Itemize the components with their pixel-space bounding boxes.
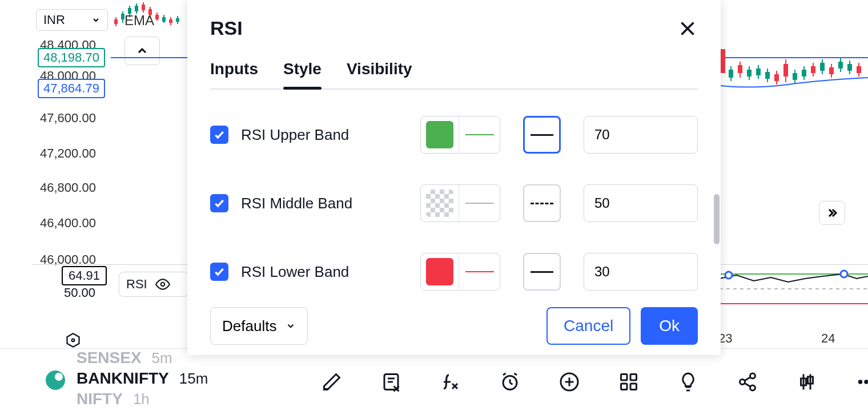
checkbox-middle[interactable]	[210, 194, 228, 212]
svg-rect-48	[847, 64, 852, 71]
candle-tool-button[interactable]	[795, 370, 819, 394]
more-horizontal-icon	[856, 372, 868, 392]
rsi-mini-chart	[720, 268, 868, 308]
watchlist: SENSEX 5m BANKNIFTY 15m NIFTY 1h	[77, 369, 208, 391]
style-rows: RSI Upper Band RSI Middle Band RSI Lower…	[210, 101, 698, 301]
svg-point-55	[725, 272, 732, 279]
expand-button[interactable]	[819, 201, 845, 225]
tab-inputs[interactable]: Inputs	[210, 60, 258, 88]
rsi-value-badge: 64.91	[62, 266, 107, 285]
rsi-chip-label: RSI	[126, 277, 147, 292]
svg-rect-75	[621, 374, 628, 381]
svg-point-89	[865, 380, 868, 384]
chevron-down-icon	[91, 15, 101, 25]
ok-button[interactable]: Ok	[641, 307, 698, 345]
y-tick: 46,400.00	[40, 216, 96, 231]
svg-rect-50	[857, 66, 861, 73]
watchlist-row[interactable]: BANKNIFTY 15m	[77, 369, 208, 388]
svg-rect-30	[765, 72, 770, 79]
svg-rect-20	[721, 49, 725, 73]
chevron-down-icon	[286, 321, 296, 331]
watchlist-status-icon	[46, 370, 65, 390]
idea-tool-button[interactable]	[676, 370, 700, 394]
right-candlesticks	[720, 49, 868, 95]
color-line-picker-middle[interactable]	[420, 184, 500, 222]
grid-icon	[618, 372, 639, 392]
svg-point-58	[72, 339, 75, 342]
value-input-upper[interactable]	[584, 116, 698, 154]
svg-rect-76	[630, 374, 637, 381]
svg-point-80	[740, 380, 745, 385]
svg-line-83	[745, 383, 750, 386]
note-remove-icon	[381, 372, 401, 392]
thickness-picker-middle[interactable]	[523, 184, 561, 222]
plus-circle-icon	[559, 372, 580, 392]
svg-point-81	[750, 385, 756, 390]
rsi-settings-dialog: RSI Inputs Style Visibility RSI Upper Ba…	[187, 0, 721, 355]
svg-rect-42	[820, 63, 825, 71]
collapse-button[interactable]	[124, 37, 160, 65]
thickness-picker-upper[interactable]	[523, 116, 561, 154]
color-line-picker-upper[interactable]	[420, 116, 500, 154]
svg-rect-44	[829, 67, 834, 74]
checkbox-upper[interactable]	[210, 126, 228, 144]
svg-rect-46	[838, 62, 843, 68]
watchlist-timeframe: 1h	[133, 390, 150, 408]
svg-rect-26	[747, 70, 752, 76]
svg-rect-24	[738, 65, 742, 73]
watchlist-timeframe: 15m	[179, 370, 208, 388]
color-swatch-red	[426, 258, 453, 285]
watchlist-symbol: BANKNIFTY	[77, 369, 169, 388]
color-swatch-green	[426, 121, 453, 148]
thickness-picker-lower[interactable]	[523, 253, 561, 291]
line-sample	[459, 253, 500, 290]
checkbox-lower[interactable]	[210, 263, 228, 281]
row-label: RSI Lower Band	[241, 263, 408, 281]
cancel-button[interactable]: Cancel	[546, 307, 630, 345]
alarm-tool-button[interactable]	[498, 370, 522, 394]
layout-tool-button[interactable]	[617, 370, 641, 394]
color-line-picker-lower[interactable]	[420, 253, 500, 291]
value-input-middle[interactable]	[584, 184, 698, 222]
more-tool-button[interactable]	[854, 370, 868, 394]
dialog-tabs: Inputs Style Visibility	[210, 60, 698, 90]
note-tool-button[interactable]	[379, 370, 403, 394]
svg-point-88	[859, 380, 862, 384]
lightbulb-icon	[678, 372, 698, 392]
svg-rect-7	[135, 6, 138, 11]
share-tool-button[interactable]	[736, 370, 760, 394]
svg-rect-13	[155, 15, 159, 19]
add-tool-button[interactable]	[557, 370, 581, 394]
tab-style[interactable]: Style	[283, 60, 322, 88]
y-tick: 47,200.00	[40, 146, 96, 161]
defaults-button[interactable]: Defaults	[210, 307, 308, 345]
svg-rect-19	[176, 18, 179, 22]
close-icon[interactable]	[677, 18, 698, 39]
price-badge-ema: 47,864.79	[38, 79, 105, 98]
eye-icon	[155, 277, 170, 292]
tab-visibility[interactable]: Visibility	[347, 60, 412, 88]
row-rsi-upper-band: RSI Upper Band	[210, 116, 698, 154]
row-rsi-middle-band: RSI Middle Band	[210, 184, 698, 222]
draw-tool-button[interactable]	[320, 370, 344, 394]
dialog-scrollbar[interactable]	[714, 194, 720, 244]
svg-point-56	[841, 271, 847, 277]
settings-hex-icon[interactable]	[65, 332, 81, 348]
currency-select[interactable]: INR	[36, 9, 108, 31]
svg-marker-57	[67, 333, 79, 346]
svg-line-82	[745, 377, 750, 381]
rsi-indicator-chip[interactable]: RSI	[119, 272, 188, 297]
currency-value: INR	[43, 13, 65, 27]
ema-label: EMA	[124, 13, 154, 29]
svg-rect-9	[142, 5, 145, 10]
line-sample	[459, 116, 500, 153]
svg-rect-15	[162, 17, 166, 22]
function-x-icon	[440, 372, 461, 392]
svg-rect-40	[811, 66, 815, 73]
watchlist-row[interactable]: NIFTY 1h	[77, 390, 208, 408]
value-input-lower[interactable]	[584, 253, 698, 291]
dialog-title: RSI	[210, 17, 243, 39]
watchlist-timeframe: 5m	[152, 349, 172, 367]
svg-rect-34	[783, 64, 788, 76]
fx-tool-button[interactable]	[439, 370, 463, 394]
